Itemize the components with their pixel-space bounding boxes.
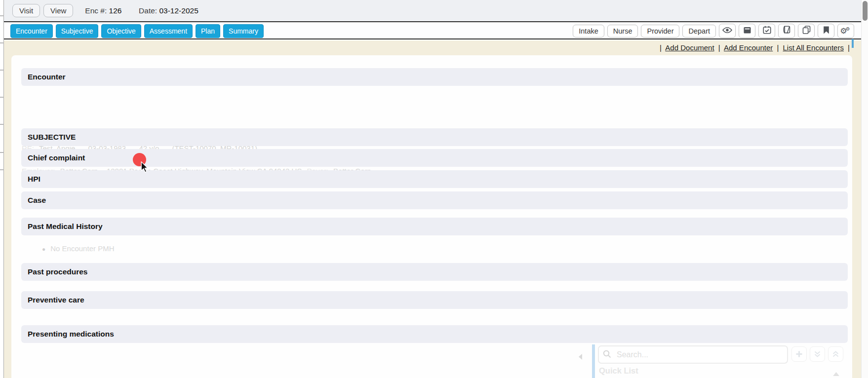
- section-preventive-care[interactable]: Preventive care: [21, 291, 848, 309]
- quick-list-panel: Quick List: [574, 344, 852, 378]
- collapse-left-icon[interactable]: [578, 353, 583, 362]
- section-past-medical-history[interactable]: Past Medical History: [21, 218, 848, 235]
- section-subjective[interactable]: SUBJECTIVE: [21, 128, 848, 146]
- tab-subjective[interactable]: Subjective: [56, 24, 99, 38]
- double-chevron-up-icon: [832, 350, 839, 358]
- pmh-empty-item: ●No Encounter PMH: [42, 244, 114, 253]
- copy-button[interactable]: [798, 24, 815, 38]
- enc-number-label: Enc #:: [85, 6, 107, 15]
- quick-list-header[interactable]: Quick List: [599, 366, 638, 376]
- enc-date-label: Date:: [139, 6, 157, 15]
- bullet-icon: ●: [42, 246, 45, 253]
- book-icon: [783, 26, 791, 36]
- depart-button[interactable]: Depart: [682, 25, 716, 38]
- archive-button[interactable]: [739, 24, 755, 38]
- caret-up-icon[interactable]: [833, 369, 839, 378]
- bookmark-button[interactable]: [818, 24, 834, 38]
- left-edge-strip: [0, 0, 4, 378]
- settings-button[interactable]: ⚙⚙: [837, 24, 854, 38]
- eye-icon: [722, 27, 732, 36]
- archive-box-icon: [743, 26, 751, 36]
- encounter-screen: Visit View Enc #: 126 Date: 03-12-2025 E…: [0, 0, 868, 378]
- enc-number-value: 126: [109, 6, 122, 15]
- journal-button[interactable]: [778, 24, 795, 38]
- bookmark-icon: [823, 26, 829, 36]
- plus-icon: [795, 350, 803, 358]
- page-background: | Add Document | Add Encounter | List Al…: [4, 40, 861, 378]
- calendar-button[interactable]: [758, 24, 775, 38]
- top-bar: Visit View Enc #: 126 Date: 03-12-2025: [4, 0, 861, 22]
- section-past-procedures[interactable]: Past procedures: [21, 263, 848, 281]
- tab-objective[interactable]: Objective: [101, 24, 141, 38]
- search-icon: [603, 350, 611, 360]
- visit-button[interactable]: Visit: [12, 4, 40, 17]
- soap-nav-group: Encounter Subjective Objective Assessmen…: [10, 24, 267, 38]
- vertical-scrollbar[interactable]: [861, 0, 868, 378]
- scrollbar-thumb[interactable]: [863, 1, 868, 21]
- stage-button-group: Intake Nurse Provider Depart: [570, 24, 854, 38]
- encounter-links-row: | Add Document | Add Encounter | List Al…: [658, 43, 852, 52]
- expand-all-button[interactable]: [810, 346, 825, 362]
- tab-plan[interactable]: Plan: [196, 24, 220, 38]
- section-presenting-medications[interactable]: Presenting medications: [21, 325, 848, 343]
- encounter-meta: Enc #: 126 Date: 03-12-2025: [85, 6, 198, 15]
- add-document-link[interactable]: Add Document: [665, 43, 714, 52]
- quick-list-add-button[interactable]: [791, 346, 807, 362]
- collapse-all-button[interactable]: [828, 346, 843, 362]
- section-case[interactable]: Case: [21, 191, 848, 209]
- section-encounter[interactable]: Encounter: [21, 68, 848, 86]
- tab-assessment[interactable]: Assessment: [144, 24, 193, 38]
- gears-icon: ⚙⚙: [840, 27, 851, 35]
- eye-toggle-button[interactable]: [719, 24, 736, 38]
- encounter-card: Encounter RE: Test, Angie 03-03-1983 42 …: [11, 55, 852, 378]
- quick-list-search-input[interactable]: [598, 345, 788, 364]
- list-all-encounters-link[interactable]: List All Encounters: [783, 43, 844, 52]
- provider-button[interactable]: Provider: [641, 25, 679, 38]
- view-button[interactable]: View: [43, 4, 73, 17]
- mouse-cursor-icon: [141, 161, 148, 175]
- edge-partial-element: [852, 39, 854, 48]
- panel-accent-bar: [592, 344, 595, 378]
- double-chevron-down-icon: [814, 350, 821, 358]
- calendar-check-icon: [763, 26, 771, 36]
- tab-summary[interactable]: Summary: [223, 24, 264, 38]
- toolbar: Encounter Subjective Objective Assessmen…: [4, 23, 861, 39]
- add-encounter-link[interactable]: Add Encounter: [724, 43, 773, 52]
- intake-button[interactable]: Intake: [573, 25, 604, 38]
- enc-date-value: 03-12-2025: [159, 6, 198, 15]
- nurse-button[interactable]: Nurse: [607, 25, 638, 38]
- copy-icon: [802, 26, 811, 36]
- tab-encounter[interactable]: Encounter: [10, 24, 53, 38]
